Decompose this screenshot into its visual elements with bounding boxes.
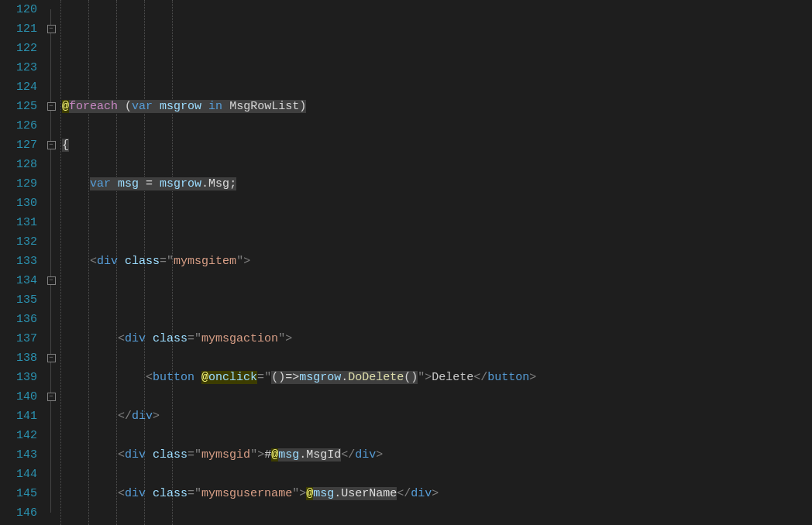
code-line[interactable]: </div> (60, 407, 812, 426)
code-line[interactable]: { (60, 136, 812, 155)
code-line[interactable] (60, 290, 812, 310)
line-number: 135 (0, 290, 42, 310)
line-number: 146 (0, 503, 42, 523)
line-number: 126 (0, 116, 42, 136)
line-number: 134 (0, 271, 42, 290)
fold-gutter: − − − − − − (42, 0, 60, 525)
line-number: 131 (0, 213, 42, 232)
line-number: 133 (0, 252, 42, 271)
line-number: 138 (0, 348, 42, 368)
code-line[interactable]: @foreach (var msgrow in MsgRowList) (60, 97, 812, 116)
fold-minus-icon[interactable]: − (47, 141, 56, 149)
line-number: 132 (0, 232, 42, 252)
code-line[interactable]: <div class="mymsgaction"> (60, 329, 812, 348)
line-number: 140 (0, 387, 42, 407)
line-number: 142 (0, 426, 42, 445)
line-number: 139 (0, 368, 42, 387)
line-number: 141 (0, 407, 42, 426)
fold-minus-icon[interactable]: − (47, 102, 56, 111)
line-number: 129 (0, 174, 42, 194)
code-line[interactable]: <div class="mymsgid">#@msg.MsgId</div> (60, 445, 812, 465)
code-editor[interactable]: 120 121 122 123 124 125 126 127 128 129 … (0, 0, 812, 525)
line-number: 144 (0, 465, 42, 484)
fold-minus-icon[interactable]: − (47, 25, 56, 33)
line-number: 128 (0, 155, 42, 174)
line-number-gutter: 120 121 122 123 124 125 126 127 128 129 … (0, 0, 42, 525)
line-number: 127 (0, 136, 42, 155)
code-line[interactable]: var msg = msgrow.Msg; (60, 174, 812, 194)
line-number: 130 (0, 194, 42, 213)
line-number: 143 (0, 445, 42, 465)
code-line[interactable]: <button @onclick="()=>msgrow.DoDelete()"… (60, 368, 812, 387)
code-line[interactable]: <div class="mymsgitem"> (60, 252, 812, 271)
fold-minus-icon[interactable]: − (47, 276, 56, 285)
line-number: 145 (0, 484, 42, 503)
fold-minus-icon[interactable]: − (47, 393, 56, 401)
code-line[interactable]: <div class="mymsgusername">@msg.UserName… (60, 484, 812, 503)
fold-minus-icon[interactable]: − (47, 354, 56, 362)
line-number: 121 (0, 19, 42, 39)
line-number: 136 (0, 310, 42, 329)
line-number: 125 (0, 97, 42, 116)
line-number: 124 (0, 77, 42, 97)
code-area[interactable]: @foreach (var msgrow in MsgRowList) { va… (60, 0, 812, 525)
line-number: 123 (0, 58, 42, 77)
line-number: 122 (0, 39, 42, 58)
line-number: 137 (0, 329, 42, 348)
code-line[interactable] (60, 213, 812, 232)
code-line[interactable] (60, 58, 812, 77)
line-number: 120 (0, 0, 42, 19)
